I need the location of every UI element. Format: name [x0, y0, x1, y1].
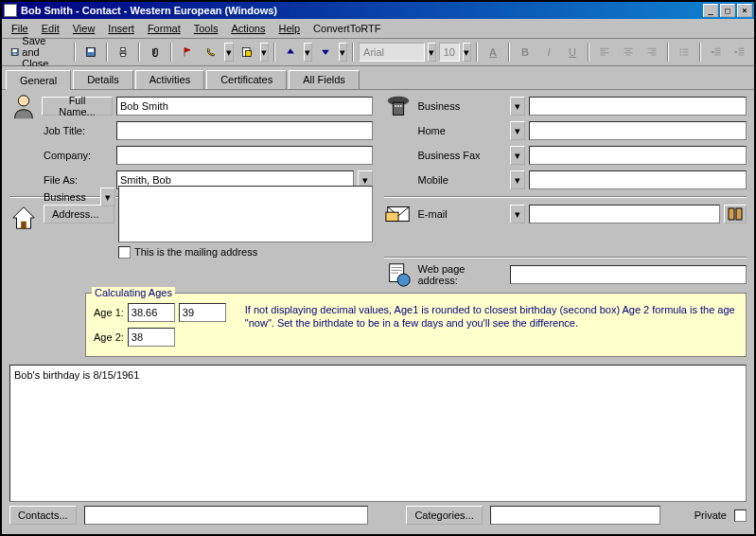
- fullname-input[interactable]: [116, 97, 373, 116]
- jobtitle-label: Job Title:: [42, 125, 113, 136]
- tab-allfields[interactable]: All Fields: [289, 70, 360, 89]
- close-button[interactable]: ×: [737, 4, 752, 17]
- phone-home-dropdown[interactable]: ▾: [510, 121, 525, 140]
- svg-rect-9: [245, 51, 251, 57]
- next-button[interactable]: [315, 42, 336, 63]
- fullname-button[interactable]: Full Name...: [42, 97, 113, 116]
- age1-a-input[interactable]: [128, 303, 175, 322]
- svg-rect-1: [12, 49, 17, 52]
- font-color-button[interactable]: A: [483, 42, 503, 63]
- phone-bfax-dropdown[interactable]: ▾: [510, 146, 525, 165]
- address-textarea[interactable]: [118, 186, 373, 242]
- new-letter-button[interactable]: [237, 42, 257, 63]
- email-input[interactable]: [529, 205, 721, 223]
- globe-icon: [384, 260, 413, 289]
- svg-rect-23: [736, 208, 742, 220]
- minimize-button[interactable]: _: [703, 4, 718, 17]
- phone-mobile-input[interactable]: [529, 170, 747, 189]
- letter-icon: [241, 45, 253, 60]
- jobtitle-input[interactable]: [116, 121, 373, 140]
- svg-rect-6: [121, 48, 126, 51]
- phone-business-dropdown[interactable]: ▾: [510, 97, 525, 116]
- tab-certificates[interactable]: Certificates: [206, 70, 287, 89]
- underline-button[interactable]: U: [562, 42, 583, 63]
- contacts-button[interactable]: Contacts...: [9, 506, 77, 525]
- phone-bfax-input[interactable]: [529, 146, 747, 165]
- content-area: Full Name... Job Title: Company: File As…: [2, 90, 754, 534]
- age2-input[interactable]: [128, 328, 175, 347]
- paperclip-icon: [149, 45, 161, 60]
- indent-button[interactable]: [730, 42, 750, 63]
- flag-button[interactable]: [177, 42, 198, 63]
- email-label: E-mail: [416, 208, 506, 220]
- tab-activities[interactable]: Activities: [135, 70, 204, 89]
- align-right-button[interactable]: [642, 42, 662, 63]
- save-close-button[interactable]: Save and Close: [6, 42, 69, 63]
- menu-file[interactable]: File: [6, 21, 34, 36]
- tab-details[interactable]: Details: [73, 70, 133, 89]
- autodial-button[interactable]: [201, 42, 221, 63]
- svg-rect-21: [385, 212, 397, 221]
- size-select[interactable]: 10: [439, 43, 460, 62]
- book-icon: [728, 207, 743, 221]
- attach-button[interactable]: [145, 42, 166, 63]
- mailing-checkbox[interactable]: [118, 246, 131, 259]
- size-dropdown[interactable]: ▾: [463, 43, 471, 62]
- align-left-button[interactable]: [594, 42, 615, 63]
- arrow-up-icon: [285, 45, 296, 60]
- menu-actions[interactable]: Actions: [225, 21, 271, 36]
- menu-help[interactable]: Help: [273, 21, 306, 36]
- italic-button[interactable]: I: [538, 42, 559, 63]
- notes-text: Bob's birthday is 8/15/1961: [14, 369, 139, 381]
- window-title: Bob Smith - Contact - Western European (…: [21, 5, 703, 16]
- save-button[interactable]: [80, 42, 101, 63]
- ages-legend: Calculating Ages: [92, 287, 175, 298]
- categories-button[interactable]: Categories...: [406, 506, 482, 525]
- tab-general[interactable]: General: [6, 70, 71, 90]
- menu-tools[interactable]: Tools: [188, 21, 224, 36]
- svg-point-18: [397, 105, 399, 107]
- notes-textarea[interactable]: Bob's birthday is 8/15/1961: [9, 365, 747, 502]
- align-center-button[interactable]: [618, 42, 639, 63]
- tab-strip: General Details Activities Certificates …: [2, 66, 754, 90]
- prev-button[interactable]: [280, 42, 301, 63]
- menubar: File Edit View Insert Format Tools Actio…: [2, 19, 754, 39]
- webpage-input[interactable]: [510, 265, 747, 284]
- categories-input[interactable]: [490, 506, 660, 525]
- address-type-dropdown[interactable]: ▾: [100, 188, 115, 206]
- svg-rect-16: [393, 102, 403, 115]
- email-dropdown[interactable]: ▾: [510, 205, 525, 223]
- age2-label: Age 2:: [94, 331, 124, 343]
- svg-point-25: [397, 274, 410, 286]
- menu-converttortf[interactable]: ConvertToRTF: [308, 21, 386, 36]
- svg-point-13: [18, 96, 28, 106]
- phone-bfax-label: Business Fax: [416, 150, 506, 161]
- menu-insert[interactable]: Insert: [102, 21, 140, 36]
- menu-format[interactable]: Format: [142, 21, 186, 36]
- private-checkbox[interactable]: [734, 509, 747, 522]
- phone-mobile-dropdown[interactable]: ▾: [510, 170, 525, 189]
- phone-icon: [205, 45, 217, 60]
- prev-dropdown[interactable]: ▾: [304, 43, 312, 62]
- maximize-button[interactable]: □: [720, 4, 735, 17]
- new-letter-dropdown[interactable]: ▾: [260, 43, 269, 62]
- menu-edit[interactable]: Edit: [36, 21, 65, 36]
- phone-business-input[interactable]: [529, 97, 747, 116]
- next-dropdown[interactable]: ▾: [339, 43, 347, 62]
- autodial-dropdown[interactable]: ▾: [224, 43, 233, 62]
- menu-view[interactable]: View: [67, 21, 101, 36]
- address-button[interactable]: Address...: [44, 205, 114, 223]
- svg-point-19: [399, 105, 401, 107]
- bullets-button[interactable]: [674, 42, 694, 63]
- company-input[interactable]: [116, 146, 373, 165]
- font-select[interactable]: Arial: [359, 43, 424, 62]
- age1-b-input[interactable]: [179, 303, 226, 322]
- address-book-button[interactable]: [724, 205, 747, 223]
- contacts-input[interactable]: [84, 506, 368, 525]
- outdent-button[interactable]: [706, 42, 727, 63]
- bold-button[interactable]: B: [515, 42, 536, 63]
- print-button[interactable]: [113, 42, 133, 63]
- phone-business-label: Business: [416, 100, 506, 112]
- phone-home-input[interactable]: [529, 121, 747, 140]
- font-dropdown[interactable]: ▾: [428, 43, 436, 62]
